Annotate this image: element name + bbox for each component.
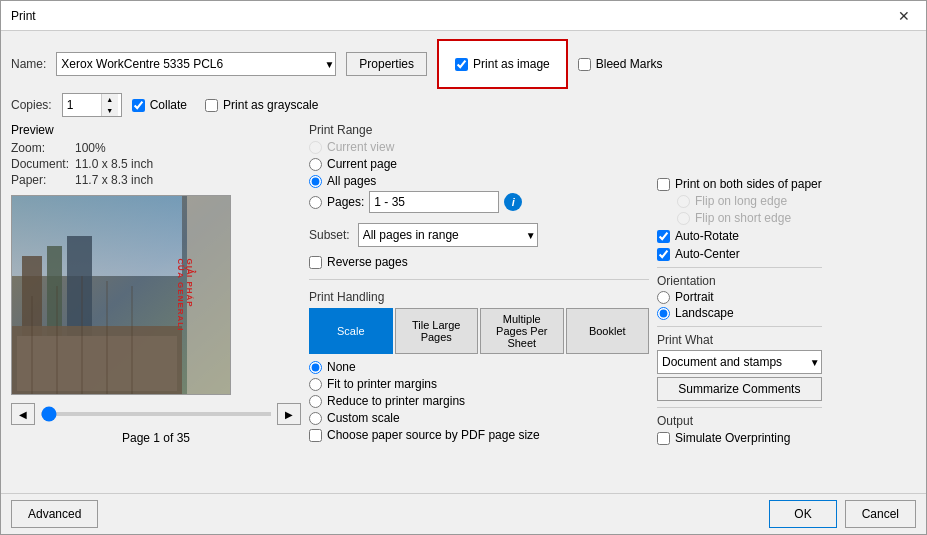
current-page-label[interactable]: Current page	[327, 157, 397, 171]
prev-page-button[interactable]: ◀	[11, 403, 35, 425]
collate-checkbox[interactable]	[132, 99, 145, 112]
print-what-section: Print What Document and stampsDocumentFo…	[657, 333, 822, 401]
page-nav: ◀ ▶	[11, 403, 301, 425]
copies-input[interactable]	[63, 94, 101, 116]
none-radio[interactable]	[309, 361, 322, 374]
pages-info-icon[interactable]: i	[504, 193, 522, 211]
zoom-value: 100%	[75, 141, 106, 155]
choose-paper-label[interactable]: Choose paper source by PDF page size	[327, 428, 540, 442]
right-divider3	[657, 407, 822, 408]
both-sides-label[interactable]: Print on both sides of paper	[675, 177, 822, 191]
output-title: Output	[657, 414, 822, 428]
current-page-radio[interactable]	[309, 158, 322, 171]
next-page-button[interactable]: ▶	[277, 403, 301, 425]
preview-image: GIẢI PHÁPCỦA GENERALI	[11, 195, 231, 395]
print-what-select[interactable]: Document and stampsDocumentForm fields o…	[657, 350, 822, 374]
simulate-overprint-row: Simulate Overprinting	[657, 431, 822, 445]
copies-spin-down[interactable]: ▼	[102, 105, 118, 116]
flip-long-radio[interactable]	[677, 195, 690, 208]
pages-radio[interactable]	[309, 196, 322, 209]
page-slider[interactable]	[41, 412, 271, 416]
flip-long-label: Flip on long edge	[695, 194, 787, 208]
main-content: Preview Zoom: 100% Document: 11.0 x 8.5 …	[11, 123, 916, 485]
flip-short-label: Flip on short edge	[695, 211, 791, 225]
custom-scale-label[interactable]: Custom scale	[327, 411, 400, 425]
copies-row: Copies: ▲ ▼ Collate Print as grayscale	[11, 93, 916, 117]
svg-rect-3	[47, 246, 62, 336]
reduce-printer-row: Reduce to printer margins	[309, 394, 649, 408]
name-label: Name:	[11, 57, 46, 71]
simulate-overprint-label[interactable]: Simulate Overprinting	[675, 431, 790, 445]
copies-spin-up[interactable]: ▲	[102, 94, 118, 105]
divider	[309, 279, 649, 280]
auto-rotate-label[interactable]: Auto-Rotate	[675, 229, 739, 243]
properties-button[interactable]: Properties	[346, 52, 427, 76]
collate-label[interactable]: Collate	[150, 98, 187, 112]
right-divider2	[657, 326, 822, 327]
preview-img-inner: GIẢI PHÁPCỦA GENERALI	[12, 196, 230, 394]
none-label[interactable]: None	[327, 360, 356, 374]
cancel-button[interactable]: Cancel	[845, 500, 916, 528]
all-pages-radio[interactable]	[309, 175, 322, 188]
pages-row: Pages: i	[309, 191, 649, 213]
printer-select[interactable]: Xerox WorkCentre 5335 PCL6	[56, 52, 336, 76]
current-view-radio[interactable]	[309, 141, 322, 154]
paper-row: Paper: 11.7 x 8.3 inch	[11, 173, 301, 187]
fit-printer-label[interactable]: Fit to printer margins	[327, 377, 437, 391]
reduce-printer-label[interactable]: Reduce to printer margins	[327, 394, 465, 408]
all-pages-label[interactable]: All pages	[327, 174, 376, 188]
landscape-radio[interactable]	[657, 307, 670, 320]
simulate-overprint-checkbox[interactable]	[657, 432, 670, 445]
reduce-printer-radio[interactable]	[309, 395, 322, 408]
document-value: 11.0 x 8.5 inch	[75, 157, 153, 171]
booklet-tab[interactable]: Booklet	[566, 308, 650, 354]
orientation-title: Orientation	[657, 274, 822, 288]
multiple-sheet-tab[interactable]: Multiple Pages Per Sheet	[480, 308, 564, 354]
all-pages-row: All pages	[309, 174, 649, 188]
advanced-button[interactable]: Advanced	[11, 500, 98, 528]
right-divider1	[657, 267, 822, 268]
grayscale-checkbox[interactable]	[205, 99, 218, 112]
choose-paper-checkbox[interactable]	[309, 429, 322, 442]
subset-select[interactable]: All pages in rangeOdd pages onlyEven pag…	[358, 223, 538, 247]
print-as-image-label[interactable]: Print as image	[473, 57, 550, 71]
print-what-select-wrapper: Document and stampsDocumentForm fields o…	[657, 350, 822, 374]
reverse-pages-row: Reverse pages	[309, 255, 649, 269]
reverse-pages-checkbox[interactable]	[309, 256, 322, 269]
bleed-marks-label[interactable]: Bleed Marks	[596, 57, 663, 71]
current-page-row: Current page	[309, 157, 649, 171]
grayscale-label[interactable]: Print as grayscale	[223, 98, 318, 112]
subset-row: Subset: All pages in rangeOdd pages only…	[309, 223, 649, 247]
ok-cancel-group: OK Cancel	[769, 500, 916, 528]
portrait-radio[interactable]	[657, 291, 670, 304]
pages-input[interactable]	[369, 191, 499, 213]
custom-scale-radio[interactable]	[309, 412, 322, 425]
scale-tab[interactable]: Scale	[309, 308, 393, 354]
preview-info: Zoom: 100% Document: 11.0 x 8.5 inch Pap…	[11, 141, 301, 187]
right-left-col: Print on both sides of paper Flip on lon…	[657, 123, 822, 445]
print-handling-section: Print Handling Scale Tile Large Pages Mu…	[309, 290, 649, 442]
bleed-marks-checkbox[interactable]	[578, 58, 591, 71]
both-sides-group: Print on both sides of paper Flip on lon…	[657, 177, 822, 225]
print-dialog: Print ✕ Name: Xerox WorkCentre 5335 PCL6…	[0, 0, 927, 535]
pages-label[interactable]: Pages:	[327, 195, 364, 209]
subset-label: Subset:	[309, 228, 350, 242]
flip-short-radio[interactable]	[677, 212, 690, 225]
portrait-label[interactable]: Portrait	[675, 290, 714, 304]
flip-short-row: Flip on short edge	[657, 211, 822, 225]
print-as-image-checkbox[interactable]	[455, 58, 468, 71]
close-button[interactable]: ✕	[892, 7, 916, 25]
dialog-body: Name: Xerox WorkCentre 5335 PCL6 ▼ Prope…	[1, 31, 926, 493]
landscape-label[interactable]: Landscape	[675, 306, 734, 320]
fit-printer-radio[interactable]	[309, 378, 322, 391]
summarize-button[interactable]: Summarize Comments	[657, 377, 822, 401]
both-sides-checkbox[interactable]	[657, 178, 670, 191]
ok-button[interactable]: OK	[769, 500, 836, 528]
auto-center-checkbox[interactable]	[657, 248, 670, 261]
reverse-pages-label[interactable]: Reverse pages	[327, 255, 408, 269]
bottom-bar: Advanced OK Cancel	[1, 493, 926, 534]
auto-rotate-checkbox[interactable]	[657, 230, 670, 243]
tile-large-tab[interactable]: Tile Large Pages	[395, 308, 479, 354]
auto-center-row: Auto-Center	[657, 247, 822, 261]
auto-center-label[interactable]: Auto-Center	[675, 247, 740, 261]
